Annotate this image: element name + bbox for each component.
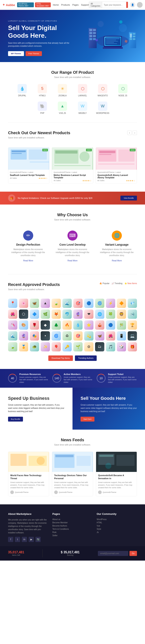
footer-link-wordpress[interactable]: WordPress <box>97 518 137 520</box>
icon-item[interactable]: 🔮 <box>73 310 82 319</box>
nav-pages[interactable]: Pages <box>72 4 78 6</box>
wp-themes-button[interactable]: WP Themes <box>8 51 24 56</box>
avatar[interactable] <box>137 2 142 8</box>
icon-item[interactable]: 🎋 <box>117 320 126 330</box>
filter-new[interactable]: ⭐ New Items <box>124 282 137 284</box>
icon-item[interactable]: 🌸 <box>19 299 28 308</box>
view-bundle-button[interactable]: View Bundle <box>120 196 137 200</box>
buy-bundle-button[interactable]: Buy Bundle <box>8 417 23 422</box>
product-item-wordpress[interactable]: W WORDPRESS <box>96 102 110 114</box>
footer-link-vue[interactable]: Vue <box>97 525 137 527</box>
news-card-3[interactable]: QuomodoSoft Became A Sensation in Great … <box>96 452 137 496</box>
twitter-icon[interactable]: t <box>15 537 20 542</box>
icon-item[interactable]: ❤ <box>84 310 94 319</box>
filter-trending[interactable]: 📈 Trending <box>112 282 122 284</box>
newsletter-button[interactable]: Go <box>130 551 137 556</box>
footer-link-style[interactable]: Style <box>97 528 137 530</box>
icon-item[interactable]: 🌊 <box>8 331 17 340</box>
icon-item[interactable]: 🦊 <box>52 310 61 319</box>
footer-link-js[interactable]: Js <box>97 531 137 534</box>
read-more-1[interactable]: Read More <box>23 260 33 262</box>
product-item-drupal[interactable]: 💧 DRUPAL <box>15 84 29 97</box>
icon-item[interactable]: 🏅 <box>19 342 28 352</box>
icon-item[interactable]: ♻ <box>62 331 72 340</box>
icon-item[interactable]: 🔵 <box>106 320 115 330</box>
icon-item[interactable]: ⭐ <box>84 320 94 330</box>
icon-item[interactable]: 📱 <box>117 331 126 340</box>
icon-item[interactable]: 🍃 <box>8 342 17 352</box>
icon-item[interactable]: 🔥 <box>62 320 72 330</box>
icon-item[interactable]: ⚙ <box>84 342 94 352</box>
icon-item[interactable]: 🍀 <box>106 310 115 319</box>
icon-item[interactable]: 🎨 <box>19 320 28 330</box>
nav-products[interactable]: Products <box>61 4 70 6</box>
icon-item[interactable]: 🌐 <box>95 310 104 319</box>
icon-item[interactable]: ▲ <box>41 299 50 308</box>
icon-item[interactable]: 🗂 <box>95 342 104 352</box>
icon-item[interactable]: 🌺 <box>8 310 17 319</box>
icon-item[interactable]: 🐬 <box>62 310 72 319</box>
icon-item[interactable]: 🌱 <box>73 342 82 352</box>
icon-item[interactable]: 🦄 <box>8 320 17 330</box>
icon-item[interactable]: 🐋 <box>128 310 137 319</box>
user-icon[interactable]: 👤 <box>130 2 135 8</box>
newsletter-input[interactable] <box>98 551 128 556</box>
read-more-3[interactable]: Read More <box>112 260 122 262</box>
product-card-2[interactable]: NEW QuomodoSoftTheme • Latest Melior Bus… <box>52 147 93 184</box>
icon-item[interactable]: 🌀 <box>52 331 61 340</box>
icon-item[interactable]: ✨ <box>41 342 50 352</box>
trending-authors-button[interactable]: Trending Authors <box>75 356 97 361</box>
footer-link-terms[interactable]: Term & Conditions <box>52 528 93 530</box>
icon-item[interactable]: 🏆 <box>128 320 137 330</box>
product-item-nodejs[interactable]: ⬡ NODE JS <box>116 84 130 97</box>
linkedin-icon[interactable]: in <box>22 537 27 542</box>
icon-item[interactable]: 🌲 <box>52 320 61 330</box>
nav-support[interactable]: Support <box>81 4 89 6</box>
icon-item[interactable]: 🎭 <box>30 331 39 340</box>
footer-link-rule[interactable]: Rule <box>52 531 93 534</box>
icon-item[interactable]: 🌺 <box>106 331 115 340</box>
news-card-2[interactable]: Technology Devices Takes Our Personal Gr… <box>52 452 93 496</box>
icon-item[interactable]: 🔵 <box>84 299 94 308</box>
icon-item[interactable]: 🐢 <box>30 342 39 352</box>
product-item-vuejs[interactable]: ▲ VUE.JS <box>56 102 70 114</box>
free-themes-button[interactable]: Free Themes <box>26 51 42 56</box>
icon-item[interactable]: 🎯 <box>73 331 82 340</box>
product-item-joomla[interactable]: ✳ JOOMLA <box>56 84 70 97</box>
facebook-icon[interactable]: f <box>8 537 13 542</box>
icon-item[interactable]: 🦋 <box>95 331 104 340</box>
icon-item[interactable]: 🌊 <box>62 299 72 308</box>
download-top-items-button[interactable]: Download Top Items <box>48 356 73 361</box>
icon-item[interactable]: 🌀 <box>95 299 104 308</box>
icon-item[interactable]: 🎪 <box>95 320 104 330</box>
prev-arrow[interactable]: ‹ <box>127 130 132 135</box>
icon-item[interactable]: ⬡ <box>19 310 28 319</box>
icon-item[interactable]: 🍃 <box>52 299 61 308</box>
icon-item[interactable]: 📍 <box>8 299 17 308</box>
icon-item[interactable]: 🔑 <box>62 342 72 352</box>
icon-item[interactable]: 🔷 <box>30 310 39 319</box>
icon-item[interactable]: 🌹 <box>30 320 39 330</box>
read-more-2[interactable]: Read More <box>68 260 77 262</box>
icon-item[interactable]: ◆ <box>41 320 50 330</box>
instagram-icon[interactable]: 📷 <box>36 537 41 542</box>
footer-link-authors[interactable]: Become Authors <box>52 525 93 527</box>
icon-item[interactable]: ▪ <box>41 331 50 340</box>
icon-item[interactable]: 🎯 <box>73 299 82 308</box>
icon-item[interactable]: 🎈 <box>52 342 61 352</box>
product-item-magento[interactable]: ⬡ MAGENTO <box>96 84 110 97</box>
product-item-weebly[interactable]: W WEEBLY <box>76 102 90 114</box>
icon-item[interactable]: 💫 <box>84 331 94 340</box>
icon-item[interactable]: 💎 <box>128 299 137 308</box>
icon-item[interactable]: 🦁 <box>117 310 126 319</box>
product-card-3[interactable]: NEW QuomodoSoftTheme • Latest QuomodoSof… <box>96 147 137 184</box>
footer-link-html[interactable]: HTML <box>97 522 137 524</box>
product-item-php[interactable]: 🐘 PHP <box>35 102 49 114</box>
nav-home[interactable]: Home <box>53 4 58 6</box>
icon-item[interactable]: 🎵 <box>106 342 115 352</box>
icon-item[interactable]: 🎲 <box>117 342 126 352</box>
icon-item[interactable]: 🌿 <box>41 310 50 319</box>
icon-item[interactable]: 🦋 <box>30 299 39 308</box>
product-item-html5[interactable]: 5 HTML5 <box>35 84 49 97</box>
news-card-1[interactable]: World Faces New Technology Threat Great … <box>8 452 49 496</box>
